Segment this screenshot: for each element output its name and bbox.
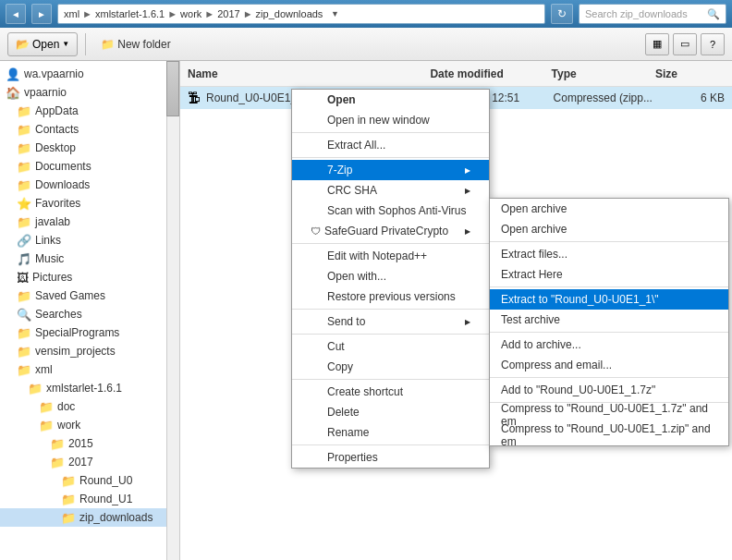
sidebar-item-downloads[interactable]: 📁Downloads (0, 176, 166, 194)
new-folder-button[interactable]: 📁 New folder (93, 32, 177, 56)
sm-item-compress-email[interactable]: Compress and email... (490, 355, 728, 375)
breadcrumb-zip-downloads[interactable]: zip_downloads (256, 8, 323, 19)
folder-icon: 📁 (17, 326, 31, 340)
open-button[interactable]: 📂 Open ▼ (7, 32, 78, 56)
sidebar-item-label: Pictures (32, 271, 72, 284)
col-date-header: Date modified (430, 67, 551, 80)
cm-item-label: Open in new window (327, 114, 470, 127)
nav-back-button[interactable]: ◄ (6, 4, 26, 24)
sm-item-extract-to[interactable]: Extract to "Round_U0-U0E1_1\" (490, 289, 728, 310)
sidebar-item-label: Documents (35, 160, 92, 173)
open-icon: 📂 (16, 38, 30, 51)
sidebar-item-special-programs[interactable]: 📁SpecialPrograms (0, 323, 166, 342)
breadcrumb[interactable]: xml ► xmlstarlet-1.6.1 ► work ► 2017 ► z… (57, 4, 545, 24)
sidebar-scrollbar[interactable] (166, 61, 179, 560)
folder-icon: 🔗 (17, 234, 31, 248)
sidebar-item-label: Links (35, 234, 61, 247)
breadcrumb-arrow[interactable]: ▼ (329, 4, 340, 24)
sidebar-item-music[interactable]: 🎵Music (0, 250, 166, 268)
new-folder-label: New folder (117, 38, 170, 51)
sidebar-item-pictures[interactable]: 🖼Pictures (0, 268, 166, 286)
cm-item-7zip[interactable]: 7-Zip▶ (292, 160, 489, 180)
sidebar-item-searches[interactable]: 🔍Searches (0, 305, 166, 323)
cm-item-label: Open (327, 93, 470, 106)
sidebar-item-xmlstarlet[interactable]: 📁xmlstarlet-1.6.1 (0, 379, 166, 397)
sidebar-item-y2015[interactable]: 📁2015 (0, 434, 166, 453)
cm-item-open-with[interactable]: Open with... (292, 266, 489, 286)
breadcrumb-2017[interactable]: 2017 (217, 8, 239, 19)
col-size-header: Size (655, 67, 725, 80)
sidebar-item-appdata[interactable]: 📁AppData (0, 102, 166, 120)
breadcrumb-xmlstarlet[interactable]: xmlstarlet-1.6.1 (95, 8, 165, 19)
sidebar-item-javalab[interactable]: 📁javalab (0, 213, 166, 231)
sm-item-open-archive2[interactable]: Open archive (490, 219, 728, 239)
breadcrumb-work[interactable]: work (180, 8, 201, 19)
cm-item-open-new-window[interactable]: Open in new window (292, 110, 489, 130)
search-placeholder: Search zip_downloads (585, 8, 688, 19)
cm-item-safeguard[interactable]: 🛡SafeGuard PrivateCrypto▶ (292, 221, 489, 241)
cm-item-cut[interactable]: Cut (292, 336, 489, 357)
sidebar-item-y2017[interactable]: 📁2017 (0, 453, 166, 471)
sidebar-item-documents[interactable]: 📁Documents (0, 157, 166, 176)
sm-item-add-to-7z[interactable]: Add to "Round_U0-U0E1_1.7z" (490, 380, 728, 400)
help-button[interactable]: ? (701, 33, 725, 55)
refresh-button[interactable]: ↻ (551, 4, 573, 24)
shield-icon: 🛡 (311, 225, 321, 237)
sidebar-item-label: doc (57, 400, 75, 413)
sidebar-item-label: Round_U1 (79, 493, 132, 505)
sidebar-item-wa-vpaarnio[interactable]: 👤wa.vpaarnio (0, 65, 166, 83)
cm-item-crc-sha[interactable]: CRC SHA▶ (292, 180, 489, 201)
folder-icon: 📁 (61, 474, 76, 488)
sm-item-add-to-archive[interactable]: Add to archive... (490, 335, 728, 355)
sidebar-item-label: 2017 (68, 456, 93, 469)
cm-item-properties[interactable]: Properties (292, 447, 489, 468)
folder-icon: 🔍 (17, 308, 31, 322)
nav-forward-button[interactable]: ► (31, 4, 52, 24)
toolbar: 📂 Open ▼ 📁 New folder ▦ ▭ ? (0, 28, 732, 61)
open-arrow[interactable]: ▼ (62, 40, 69, 48)
sm-item-open-archive[interactable]: Open archive (490, 199, 728, 219)
sm-item-compress-zip-email[interactable]: Compress to "Round_U0-U0E1_1.zip" and em (490, 425, 728, 445)
breadcrumb-xml[interactable]: xml (64, 8, 79, 19)
search-icon[interactable]: 🔍 (707, 8, 720, 20)
folder-icon: 📁 (17, 160, 31, 174)
cm-item-notepad[interactable]: Edit with Notepad++ (292, 246, 489, 266)
sidebar-item-work[interactable]: 📁work (0, 416, 166, 434)
sidebar-item-contacts[interactable]: 📁Contacts (0, 120, 166, 139)
search-bar[interactable]: Search zip_downloads 🔍 (579, 4, 726, 24)
cm-item-extract-all[interactable]: Extract All... (292, 135, 489, 155)
title-bar: ◄ ► xml ► xmlstarlet-1.6.1 ► work ► 2017… (0, 0, 732, 28)
menu-separator (292, 132, 489, 133)
cm-item-rename[interactable]: Rename (292, 422, 489, 443)
sm-item-extract-files[interactable]: Extract files... (490, 244, 728, 264)
sidebar-item-saved-games[interactable]: 📁Saved Games (0, 286, 166, 305)
cm-item-label: Restore previous versions (327, 290, 470, 303)
cm-item-delete[interactable]: Delete (292, 402, 489, 422)
sidebar-item-round-u1[interactable]: 📁Round_U1 (0, 490, 166, 508)
toolbar-right: ▦ ▭ ? (645, 33, 725, 55)
cm-item-sophos[interactable]: Scan with Sophos Anti-Virus (292, 201, 489, 221)
sidebar-item-zip-downloads[interactable]: 📁zip_downloads (0, 508, 166, 527)
menu-separator (292, 379, 489, 380)
sidebar-item-vensim[interactable]: 📁vensim_projects (0, 342, 166, 360)
sm-item-extract-here[interactable]: Extract Here (490, 264, 728, 285)
folder-icon: 🎵 (17, 252, 31, 266)
cm-item-restore[interactable]: Restore previous versions (292, 286, 489, 307)
cm-item-open[interactable]: Open (292, 90, 489, 110)
submenu-7zip: Open archiveOpen archiveExtract files...… (489, 198, 729, 446)
sidebar-item-xml[interactable]: 📁xml (0, 360, 166, 379)
views-button[interactable]: ▦ (645, 33, 669, 55)
sm-item-test-archive[interactable]: Test archive (490, 310, 728, 330)
sidebar-item-label: work (57, 419, 80, 432)
sidebar-item-round-u0[interactable]: 📁Round_U0 (0, 471, 166, 490)
preview-button[interactable]: ▭ (673, 33, 697, 55)
sidebar-item-doc[interactable]: 📁doc (0, 397, 166, 416)
sidebar-item-links[interactable]: 🔗Links (0, 231, 166, 250)
sidebar-item-desktop[interactable]: 📁Desktop (0, 139, 166, 157)
sidebar-item-vpaarnio[interactable]: 🏠vpaarnio (0, 83, 166, 102)
sidebar-scroll-thumb[interactable] (166, 61, 179, 116)
cm-item-create-shortcut[interactable]: Create shortcut (292, 382, 489, 402)
cm-item-copy[interactable]: Copy (292, 357, 489, 377)
sidebar-item-favorites[interactable]: ⭐Favorites (0, 194, 166, 213)
cm-item-send-to[interactable]: Send to▶ (292, 311, 489, 332)
